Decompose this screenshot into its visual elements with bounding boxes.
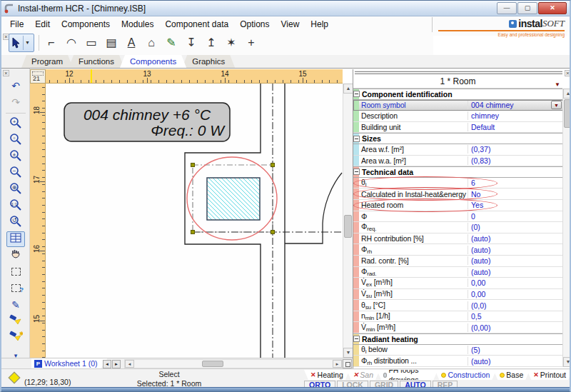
- property-row-v-su-m-h[interactable]: V̇su [m³/h]0,00: [353, 289, 563, 301]
- tab-functions[interactable]: Functions: [69, 55, 124, 68]
- wall-tool[interactable]: ⌐: [41, 34, 61, 52]
- property-value[interactable]: (auto): [468, 256, 563, 265]
- selection-handle[interactable]: [271, 231, 275, 234]
- layer-tab-san[interactable]: ✕San: [347, 370, 380, 380]
- layer-tab-construction[interactable]: Construction: [435, 370, 496, 380]
- collapse-icon[interactable]: [353, 169, 360, 175]
- property-value[interactable]: (5): [468, 346, 563, 354]
- property-value[interactable]: (0,00): [468, 323, 563, 332]
- property-value[interactable]: Default: [468, 123, 563, 131]
- panel-scroll-down-icon[interactable]: ▼: [563, 357, 571, 367]
- property-value[interactable]: 0,00: [468, 290, 563, 298]
- property-row-rh[interactable]: Φrh(auto): [353, 244, 563, 256]
- worksheet-tab[interactable]: P Worksheet 1 (0): [31, 358, 108, 369]
- axis-cross-tool[interactable]: +: [241, 34, 261, 52]
- property-value[interactable]: (auto): [468, 268, 563, 276]
- property-value[interactable]: (auto): [468, 234, 563, 243]
- property-value[interactable]: 0,5: [468, 312, 563, 321]
- zoom-in-out[interactable]: ±: [6, 149, 25, 165]
- property-row-rh-distribution[interactable]: Φrh distribution ...(auto): [353, 356, 563, 367]
- worksheet-prev-icon[interactable]: ◄: [103, 360, 111, 368]
- property-value[interactable]: chimney: [468, 111, 563, 120]
- redo[interactable]: ↷: [6, 94, 25, 110]
- layer-tab-heating[interactable]: ✕Heating: [304, 370, 350, 380]
- property-value[interactable]: (0): [468, 223, 563, 231]
- selection-handle[interactable]: [191, 231, 195, 234]
- property-row-description[interactable]: Descriptionchimney: [353, 111, 563, 122]
- property-value[interactable]: Yes: [468, 201, 563, 209]
- text-along-line-tool[interactable]: A: [121, 34, 141, 52]
- property-row-i[interactable]: θi6: [353, 178, 563, 189]
- chevron-down-icon[interactable]: ▼: [23, 36, 30, 50]
- menu-item-components[interactable]: Components: [56, 17, 116, 31]
- scrollbar-corner-button[interactable]: [343, 359, 352, 368]
- property-row-area-w-f-m[interactable]: Area w.f. [m²](0,37): [353, 144, 563, 156]
- minimize-button-icon[interactable]: —: [497, 2, 517, 14]
- layer-tab-fh-loops-drawings[interactable]: FH loops drawings: [377, 370, 438, 380]
- menu-item-help[interactable]: Help: [305, 17, 334, 31]
- panel-scrollbar[interactable]: ▲ ▼: [562, 89, 571, 367]
- canvas-vertical-scrollbar[interactable]: ▲ ▼: [343, 84, 353, 358]
- ceiling-level-tool[interactable]: ↥: [201, 34, 221, 52]
- panel-close-icon[interactable]: ✕: [565, 70, 571, 76]
- value-dropdown-icon[interactable]: ▼: [551, 101, 562, 110]
- property-value[interactable]: (0,0): [468, 301, 563, 310]
- property-value[interactable]: 6: [468, 179, 563, 187]
- menu-item-file[interactable]: File: [4, 17, 29, 31]
- insulation-tool[interactable]: ▤: [101, 34, 121, 52]
- draw-freehand[interactable]: ✎: [6, 297, 25, 313]
- east-wall-curve[interactable]: [285, 173, 342, 243]
- panel-drag-handle[interactable]: [355, 71, 562, 74]
- property-value[interactable]: (0,37): [468, 145, 563, 154]
- panel-header[interactable]: 1 * Room ▼: [353, 75, 562, 89]
- property-row-building-unit[interactable]: Building unitDefault: [353, 122, 563, 134]
- property-row-nmin-1-h[interactable]: nmin [1/h]0,5: [353, 311, 563, 323]
- scroll-left-icon[interactable]: ◄: [125, 360, 134, 368]
- property-row-area-w-a-m[interactable]: Area w.a. [m²](0,83): [353, 156, 563, 167]
- zoom-in[interactable]: +: [6, 116, 25, 132]
- zoom-out[interactable]: −: [6, 166, 25, 181]
- panel-scroll-thumb[interactable]: [564, 99, 571, 128]
- arc-pipe-tool[interactable]: ◠: [61, 34, 81, 52]
- opening-tool[interactable]: ▭: [81, 34, 101, 52]
- property-row-room-symbol[interactable]: Room symbol004 chimney▼: [353, 100, 563, 111]
- property-row-su-c[interactable]: θsu [°C](0,0): [353, 300, 563, 311]
- property-row-heated-room[interactable]: Heated roomYes: [353, 200, 563, 211]
- zoom-previous[interactable]: ↺: [6, 215, 25, 231]
- property-row-[interactable]: Φ0: [353, 211, 563, 223]
- layer-tab-base[interactable]: Base: [493, 370, 530, 380]
- panel-scroll-up-icon[interactable]: ▲: [563, 89, 571, 99]
- tab-program[interactable]: Program: [21, 55, 73, 68]
- canvas-horizontal-scrollbar[interactable]: ◄ ►: [124, 359, 343, 368]
- menu-item-modules[interactable]: Modules: [116, 17, 159, 31]
- north-arrow-tool[interactable]: ✶: [221, 34, 241, 52]
- property-value[interactable]: 0,00: [468, 278, 563, 287]
- drawing-canvas[interactable]: 004 chimney +6 °C Φreq.: 0 W: [46, 84, 343, 358]
- property-row-req[interactable]: Φreq.(0): [353, 222, 563, 233]
- collapse-icon[interactable]: [353, 336, 360, 342]
- close-button-icon[interactable]: ✕: [538, 2, 567, 14]
- section-component-identification[interactable]: Component identification: [353, 89, 563, 100]
- floor-level-tool[interactable]: ↧: [181, 34, 201, 52]
- section-sizes[interactable]: Sizes: [353, 133, 563, 144]
- layer-tab-printout[interactable]: ✕Printout: [527, 370, 571, 380]
- property-value[interactable]: No: [468, 190, 563, 198]
- zoom-extents[interactable]: ⊕: [6, 182, 25, 198]
- properties-table[interactable]: [6, 231, 25, 247]
- property-row-v-min-m-h[interactable]: V̇min [m³/h](0,00): [353, 322, 563, 333]
- tab-components[interactable]: Components: [120, 55, 186, 68]
- left-toolbar-close-icon[interactable]: ✕: [3, 70, 9, 76]
- highlight[interactable]: [6, 313, 25, 329]
- select-area[interactable]: [6, 264, 25, 280]
- property-row-rh-contribution[interactable]: RH contribution [%](auto): [353, 233, 563, 245]
- maximize-button-icon[interactable]: ▢: [517, 2, 537, 14]
- title-bar[interactable]: Instal-therm HCR - [Chimney.ISB] — ▢ ✕: [1, 1, 570, 16]
- property-row-i-below[interactable]: θi below(5): [353, 345, 563, 356]
- property-value[interactable]: 004 chimney: [468, 101, 563, 109]
- selection-handle[interactable]: [271, 164, 275, 167]
- worksheet-next-icon[interactable]: ►: [112, 360, 121, 368]
- menu-item-view[interactable]: View: [276, 17, 305, 31]
- property-row-rad-contr[interactable]: Rad. contr. [%](auto): [353, 256, 563, 267]
- property-row-v-ex-m-h[interactable]: V̇ex [m³/h]0,00: [353, 278, 563, 289]
- selection-rectangle[interactable]: [193, 165, 273, 232]
